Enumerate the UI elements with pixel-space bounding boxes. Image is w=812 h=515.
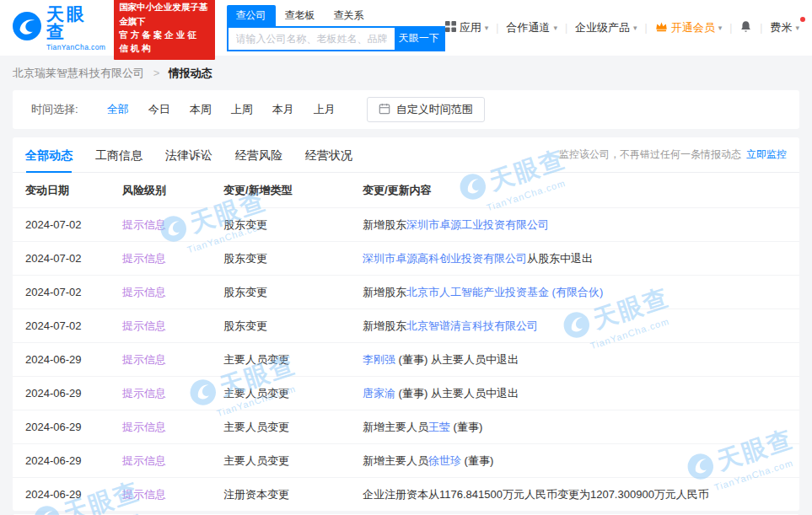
row-change-date: 2024-07-02	[25, 319, 122, 332]
page-title: 情报动态	[169, 67, 212, 79]
content-entity-link[interactable]: 北京市人工智能产业投资基金 (有限合伙)	[406, 286, 603, 298]
nav-enterprise-label: 企业级产品	[575, 20, 630, 35]
col-header-risk-level: 风险级别	[122, 183, 223, 198]
content-text: (董事)	[450, 421, 482, 433]
time-option-last-week[interactable]: 上周	[231, 102, 253, 117]
badge-line2: 官方备案企业征信机构	[119, 28, 209, 56]
crown-icon	[655, 21, 668, 35]
tab-operational-risk[interactable]: 经营风险	[235, 137, 282, 173]
top-nav: 应用 ▾ | 合作通道 ▾ | 企业级产品 ▾ | 开通会员 ▾ | | 费米 …	[445, 20, 799, 35]
nav-apps-label: 应用	[460, 20, 481, 35]
custom-date-range-label: 自定义时间范围	[396, 102, 473, 117]
row-risk-level: 提示信息	[122, 352, 223, 367]
feed-card: 全部动态 工商信息 法律诉讼 经营风险 经营状况 监控该公司，不再错过任何一条情…	[13, 137, 799, 511]
nav-separator: |	[565, 22, 567, 34]
table-row: 2024-06-29提示信息主要人员变更新增主要人员王莹 (董事)	[13, 410, 799, 443]
time-option-this-month[interactable]: 本月	[272, 102, 294, 117]
row-risk-level: 提示信息	[122, 453, 223, 469]
nav-partner[interactable]: 合作通道 ▾	[506, 20, 557, 35]
content-entity-link[interactable]: 徐世珍	[428, 454, 461, 467]
row-change-date: 2024-07-02	[25, 286, 122, 298]
content-entity-link[interactable]: 深圳市卓源工业投资有限公司	[406, 218, 549, 231]
content-text: 新增股东	[363, 218, 406, 231]
content-entity-link[interactable]: 王莹	[428, 421, 450, 433]
search-tab-relation[interactable]: 查关系	[325, 5, 374, 26]
content-text: 企业注册资本从1176.841500万元人民币变更为1207.300900万元人…	[363, 488, 709, 501]
calendar-icon	[379, 103, 390, 117]
content-entity-link[interactable]: 北京智谱清言科技有限公司	[406, 319, 538, 332]
tab-all-updates[interactable]: 全部动态	[25, 137, 73, 173]
monitor-now-link[interactable]: 立即监控	[746, 148, 787, 160]
time-option-today[interactable]: 今日	[148, 102, 170, 117]
table-row: 2024-06-29提示信息注册资本变更企业注册资本从1176.841500万元…	[13, 477, 799, 511]
row-change-type: 主要人员变更	[223, 420, 363, 435]
row-change-date: 2024-06-29	[25, 488, 122, 501]
time-option-all[interactable]: 全部	[107, 102, 129, 117]
nav-separator: |	[760, 22, 762, 34]
search-area: 查公司 查老板 查关系 天眼一下	[227, 5, 445, 51]
row-change-content: 李刚强 (董事) 从主要人员中退出	[363, 352, 787, 367]
nav-apps[interactable]: 应用 ▾	[445, 20, 489, 35]
nav-separator: |	[729, 22, 732, 34]
logo-title: 天眼查	[46, 5, 105, 40]
tianyancha-logo[interactable]: 天眼查 TianYanCha.com	[13, 5, 105, 51]
nav-user-label: 费米	[770, 20, 792, 35]
category-tabbar: 全部动态 工商信息 法律诉讼 经营风险 经营状况 监控该公司，不再错过任何一条情…	[13, 137, 799, 173]
row-change-type: 主要人员变更	[223, 453, 363, 469]
nav-user[interactable]: 费米 ▾	[770, 20, 799, 35]
nav-separator: |	[496, 22, 498, 34]
row-change-type: 主要人员变更	[223, 386, 363, 401]
content-entity-link[interactable]: 李刚强	[363, 353, 395, 366]
time-option-this-week[interactable]: 本周	[190, 102, 212, 117]
row-change-date: 2024-06-29	[25, 353, 122, 366]
tab-operational-status[interactable]: 经营状况	[305, 137, 352, 173]
monitor-hint: 监控该公司，不再错过任何一条情报动态立即监控	[559, 148, 787, 162]
content-entity-link[interactable]: 深圳市卓源高科创业投资有限公司	[363, 252, 527, 265]
table-header-row: 变动日期 风险级别 变更/新增类型 变更/更新内容	[13, 173, 799, 207]
row-risk-level: 提示信息	[122, 487, 223, 502]
bell-icon	[739, 20, 752, 35]
content-entity-link[interactable]: 唐家渝	[363, 387, 395, 400]
search-input[interactable]	[229, 28, 395, 50]
time-option-last-month[interactable]: 上月	[314, 102, 336, 117]
row-change-content: 唐家渝 (董事) 从主要人员中退出	[363, 386, 787, 401]
row-change-type: 主要人员变更	[223, 352, 363, 367]
notification-bell[interactable]	[739, 20, 752, 35]
chevron-down-icon: ▾	[485, 24, 489, 32]
official-badge: 国家中小企业发展子基金旗下 官方备案企业征信机构	[114, 0, 214, 60]
table-row: 2024-06-29提示信息主要人员变更唐家渝 (董事) 从主要人员中退出	[13, 376, 799, 410]
row-risk-level: 提示信息	[122, 285, 223, 300]
nav-vip[interactable]: 开通会员 ▾	[655, 20, 723, 35]
breadcrumb-company-link[interactable]: 北京瑞莱智慧科技有限公司	[13, 67, 144, 79]
nav-enterprise[interactable]: 企业级产品 ▾	[575, 20, 637, 35]
row-change-content: 新增股东深圳市卓源工业投资有限公司	[363, 217, 787, 233]
time-filter-card: 时间选择: 全部 今日 本周 上周 本月 上月 自定义时间范围	[13, 90, 799, 129]
content-text: 新增主要人员	[363, 421, 428, 433]
content-text: 从股东中退出	[527, 252, 593, 265]
row-risk-level: 提示信息	[122, 251, 223, 266]
monitor-hint-text: 监控该公司，不再错过任何一条情报动态	[559, 148, 741, 160]
nav-vip-label: 开通会员	[671, 20, 715, 35]
tab-business-info[interactable]: 工商信息	[95, 137, 143, 173]
row-change-type: 股东变更	[223, 251, 363, 266]
search-tab-boss[interactable]: 查老板	[276, 5, 325, 26]
table-row: 2024-07-02提示信息股东变更深圳市卓源高科创业投资有限公司从股东中退出	[13, 241, 799, 275]
time-filter-label: 时间选择:	[31, 102, 78, 117]
top-header: 天眼查 TianYanCha.com 国家中小企业发展子基金旗下 官方备案企业征…	[0, 0, 812, 56]
search-box: 天眼一下	[227, 26, 445, 51]
custom-date-range-button[interactable]: 自定义时间范围	[367, 97, 485, 122]
search-button[interactable]: 天眼一下	[395, 28, 444, 50]
tab-legal-litigation[interactable]: 法律诉讼	[165, 137, 212, 173]
chevron-down-icon: ▾	[795, 24, 799, 32]
row-change-content: 企业注册资本从1176.841500万元人民币变更为1207.300900万元人…	[363, 487, 787, 502]
content-text: 新增股东	[363, 319, 406, 332]
breadcrumb-separator: >	[153, 67, 160, 79]
col-header-change-type: 变更/新增类型	[223, 183, 363, 198]
search-tab-company[interactable]: 查公司	[227, 5, 276, 26]
row-change-content: 新增主要人员徐世珍 (董事)	[363, 453, 787, 469]
chevron-down-icon: ▾	[718, 24, 723, 32]
row-change-type: 注册资本变更	[223, 487, 363, 502]
row-change-date: 2024-06-29	[25, 454, 122, 467]
row-change-content: 新增股东北京市人工智能产业投资基金 (有限合伙)	[363, 285, 787, 300]
nav-separator: |	[645, 22, 648, 34]
